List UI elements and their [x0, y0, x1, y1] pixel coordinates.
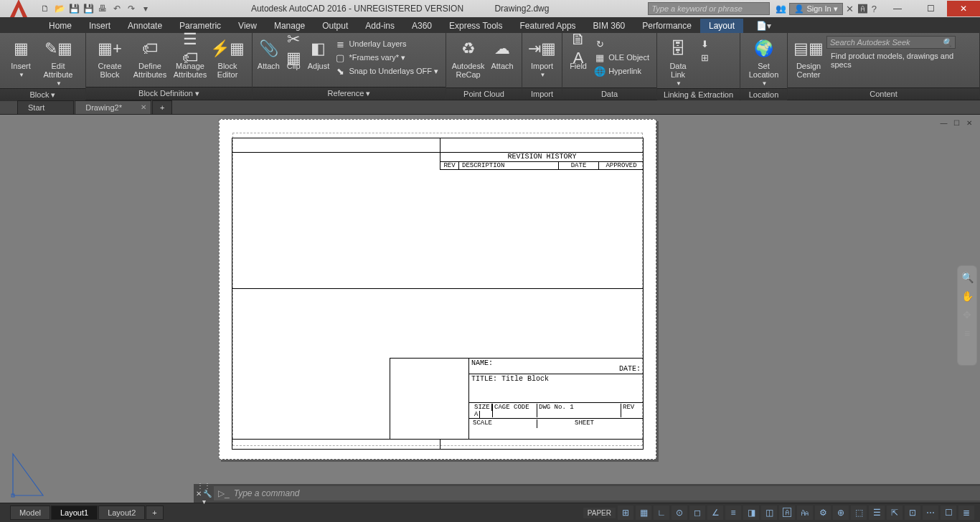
infocenter-icon[interactable]: 👥 [776, 4, 786, 14]
panel-block-title[interactable]: Block ▾ [0, 88, 85, 101]
underlay-layers-button[interactable]: ≣Underlay Layers [331, 37, 441, 50]
seek-go-icon[interactable]: 🔍 [942, 38, 952, 47]
new-icon[interactable]: 🗋 [39, 3, 52, 14]
panel-ref-title[interactable]: Reference ▾ [253, 87, 446, 100]
customization-icon[interactable]: ≣ [958, 506, 974, 520]
tab-performance[interactable]: Performance [633, 19, 700, 33]
nav-more-icon[interactable]: ≡ [964, 328, 970, 339]
tab-model[interactable]: Model [10, 506, 50, 520]
cmd-handle-icon[interactable]: ⋮⋮ ✕ 🔧 ▾ [194, 482, 214, 506]
define-attr-button[interactable]: 🏷Define Attributes [131, 36, 169, 80]
pc-attach-button[interactable]: ☁Attach [487, 36, 517, 72]
tab-output[interactable]: Output [314, 19, 357, 33]
set-location-button[interactable]: 🌍Set Location▼ [745, 36, 783, 88]
download-from-source-button[interactable]: ⬇ [696, 37, 713, 50]
insert-button[interactable]: ▦Insert▼ [4, 36, 37, 80]
ribbon-extra-icon[interactable]: 📄▾ [752, 19, 776, 33]
frames-button[interactable]: ▢*Frames vary* ▾ [331, 51, 441, 64]
open-icon[interactable]: 📂 [53, 3, 66, 14]
tab-layout1[interactable]: Layout1 [51, 506, 98, 520]
attach-button[interactable]: 📎Attach [257, 36, 281, 72]
isolate-objects-icon[interactable]: ⊡ [905, 506, 920, 520]
quick-properties-icon[interactable]: ☰ [869, 506, 885, 520]
nav-bar[interactable]: 🔍 ✋ ✥ ≡ [957, 265, 977, 366]
qat-more-icon[interactable]: ▾ [139, 3, 152, 14]
command-input[interactable]: ▷_Type a command [214, 486, 980, 500]
hardware-accel-icon[interactable]: ⋯ [923, 506, 938, 520]
update-fields-button[interactable]: ↻ [591, 37, 652, 50]
close-tab-icon[interactable]: ✕ [141, 103, 146, 111]
annotation-visibility-icon[interactable]: 🗛 [797, 506, 813, 520]
minimize-button[interactable]: — [881, 1, 914, 16]
lock-ui-icon[interactable]: ⇱ [887, 506, 903, 520]
annotation-scale-icon[interactable]: 🄰 [779, 506, 795, 520]
tab-home[interactable]: Home [40, 19, 80, 33]
ole-button[interactable]: ▦OLE Object [591, 51, 652, 64]
tab-layout[interactable]: Layout [700, 19, 743, 33]
clip-button[interactable]: ✂▦Clip [282, 36, 306, 72]
polar-toggle-icon[interactable]: ⊙ [672, 506, 687, 520]
tab-addins[interactable]: Add-ins [357, 19, 403, 33]
saveas-icon[interactable]: 💾 [82, 3, 95, 14]
paper-space-toggle[interactable]: PAPER [583, 508, 616, 518]
extract-data-button[interactable]: ⊞ [696, 51, 713, 64]
new-file-tab-button[interactable]: + [152, 100, 172, 114]
units-icon[interactable]: ⬚ [851, 506, 867, 520]
tab-insert[interactable]: Insert [80, 19, 119, 33]
recap-button[interactable]: ♻Autodesk ReCap [451, 36, 486, 80]
annotation-monitor-icon[interactable]: ⊕ [833, 506, 849, 520]
save-icon[interactable]: 💾 [67, 3, 80, 14]
plot-icon[interactable]: 🖶 [96, 3, 109, 14]
help-icon[interactable]: ? [872, 4, 877, 14]
otrack-toggle-icon[interactable]: ∠ [707, 506, 723, 520]
a360-icon[interactable]: 🅰 [858, 4, 867, 14]
exchange-icon[interactable]: ✕ [846, 4, 854, 14]
grid-toggle-icon[interactable]: ⊞ [618, 506, 633, 520]
import-button[interactable]: ⇥▦Import▼ [527, 36, 557, 80]
workspace-icon[interactable]: ⚙ [815, 506, 831, 520]
snap-toggle-icon[interactable]: ▦ [636, 506, 651, 520]
lineweight-toggle-icon[interactable]: ≡ [725, 506, 741, 520]
field-button[interactable]: 🗎AField [567, 36, 590, 72]
create-block-button[interactable]: ▦+Create Block [90, 36, 129, 80]
tab-bim360[interactable]: BIM 360 [585, 19, 634, 33]
hyperlink-button[interactable]: 🌐Hyperlink [591, 65, 652, 77]
tab-express[interactable]: Express Tools [440, 19, 511, 33]
canvas[interactable]: — ☐ ✕ REVISION HISTORY REV DESCRIPTION D… [0, 115, 980, 503]
file-tab-drawing[interactable]: Drawing2*✕ [75, 100, 151, 114]
tab-a360[interactable]: A360 [403, 19, 440, 33]
selection-cycling-icon[interactable]: ◫ [761, 506, 777, 520]
viewport-controls[interactable]: — ☐ ✕ [940, 119, 974, 127]
panel-blockdef-title[interactable]: Block Definition ▾ [86, 87, 252, 100]
manage-attr-button[interactable]: ☰🏷Manage Attributes [171, 36, 209, 80]
help-search-input[interactable]: Type a keyword or phrase [648, 2, 770, 15]
block-editor-button[interactable]: ⚡▦Block Editor [211, 36, 244, 80]
app-icon[interactable] [4, 0, 33, 23]
tab-layout2[interactable]: Layout2 [98, 506, 145, 520]
nav-orbit-icon[interactable]: ✥ [963, 309, 971, 321]
transparency-toggle-icon[interactable]: ◨ [743, 506, 759, 520]
ortho-toggle-icon[interactable]: ∟ [654, 506, 669, 520]
close-button[interactable]: ✕ [947, 1, 980, 16]
tab-annotate[interactable]: Annotate [119, 19, 171, 33]
adjust-button[interactable]: ◧Adjust [307, 36, 331, 72]
snap-underlays-button[interactable]: ⬊Snap to Underlays OFF ▾ [331, 65, 441, 77]
edit-attribute-button[interactable]: ✎▦Edit Attribute▼ [39, 36, 77, 88]
tab-view[interactable]: View [230, 19, 265, 33]
rev-col-date: DATE [559, 162, 599, 169]
add-layout-button[interactable]: + [146, 506, 163, 520]
redo-icon[interactable]: ↷ [125, 3, 138, 14]
ucs-icon[interactable] [10, 447, 50, 498]
seek-search-input[interactable]: Search Autodesk Seek🔍 [826, 36, 956, 49]
data-link-button[interactable]: 🗄Data Link▼ [661, 36, 694, 88]
clean-screen-icon[interactable]: ☐ [941, 506, 956, 520]
signin-button[interactable]: 👤 Sign In ▾ [789, 3, 842, 15]
nav-zoom-icon[interactable]: 🔍 [961, 272, 974, 283]
undo-icon[interactable]: ↶ [110, 3, 123, 14]
osnap-toggle-icon[interactable]: ◻ [689, 506, 705, 520]
nav-pan-icon[interactable]: ✋ [961, 290, 974, 302]
tb-dwg: DWG No. 1 [537, 404, 621, 417]
maximize-button[interactable]: ☐ [914, 1, 947, 16]
file-tab-start[interactable]: Start [17, 100, 74, 114]
design-center-button[interactable]: ▤▦Design Center [792, 36, 825, 80]
